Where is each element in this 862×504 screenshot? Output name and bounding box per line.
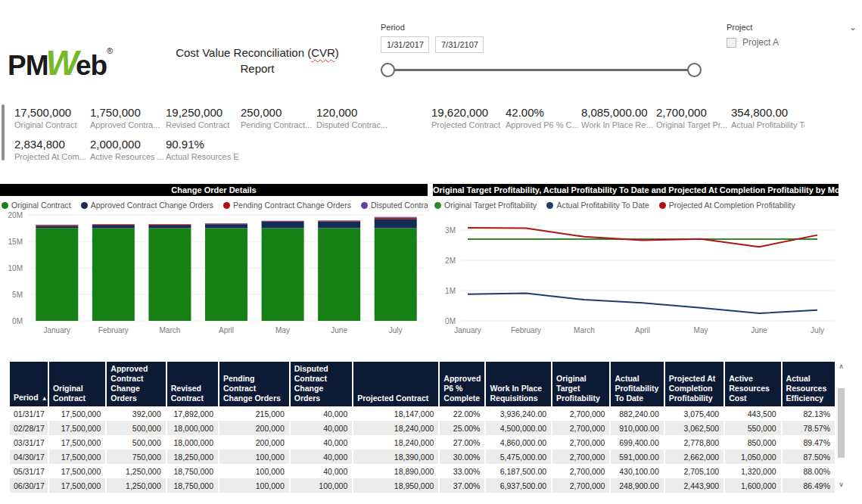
bar-segment[interactable] <box>148 224 191 225</box>
table-cell: 550,000 <box>724 421 781 435</box>
legend-item[interactable]: Original Contract <box>2 200 71 210</box>
bar-segment[interactable] <box>318 222 360 229</box>
bar-segment[interactable] <box>92 224 135 225</box>
bar-segment[interactable] <box>318 220 360 221</box>
table-header-row: Period▲Original ContractApproved Contrac… <box>10 362 835 406</box>
bar-segment[interactable] <box>148 229 191 322</box>
table-row[interactable]: 05/31/1717,500,0001,250,00018,750,000100… <box>10 464 835 478</box>
column-header-projected-contract[interactable]: Projected Contract <box>353 362 439 406</box>
legend-item[interactable]: Approved Contract Change Orders <box>81 200 213 210</box>
bar-segment[interactable] <box>92 226 135 229</box>
bar-segment[interactable] <box>205 223 247 224</box>
table-row[interactable]: 06/30/1717,500,0001,250,00018,750,000100… <box>10 478 835 493</box>
bar-segment[interactable] <box>148 226 191 229</box>
legend-item[interactable]: Actual Profitability To Date <box>546 200 649 210</box>
table-cell: 5,475,000.00 <box>485 450 552 464</box>
table-cell: 443,500 <box>724 406 781 421</box>
table-cell: 2,443,900 <box>664 478 724 493</box>
bar-segment[interactable] <box>205 224 247 228</box>
bar-segment[interactable] <box>36 229 78 322</box>
bar-segment[interactable] <box>36 226 78 229</box>
scroll-up-icon[interactable]: ∧ <box>836 362 847 372</box>
bar-segment[interactable] <box>375 217 417 218</box>
project-option-row[interactable]: Project A <box>727 37 857 48</box>
column-header-projected-at-completion-profitability[interactable]: Projected At Completion Profitability <box>664 362 724 406</box>
period-start-input[interactable] <box>381 36 429 53</box>
legend-item[interactable]: Projected At Completion Profitability <box>659 200 795 210</box>
table-cell: 89.47% <box>782 435 835 450</box>
slider-handle-start[interactable] <box>381 63 395 77</box>
scroll-down-icon[interactable]: ∨ <box>836 480 847 490</box>
table-cell: 18,240,000 <box>353 435 439 450</box>
table-cell: 4,860,000.00 <box>485 435 552 450</box>
project-a-checkbox[interactable] <box>727 38 736 48</box>
period-end-input[interactable] <box>435 36 484 53</box>
kpi-scrollbar[interactable] <box>2 104 5 160</box>
scrollbar-track[interactable] <box>836 372 847 480</box>
table-cell: 03/31/17 <box>10 435 48 450</box>
kpi-card: 2,834,800Projected At Com... <box>14 138 88 161</box>
svg-text:February: February <box>98 326 129 334</box>
table-cell: 882,240.00 <box>610 406 664 421</box>
bar-segment[interactable] <box>205 229 247 322</box>
bar-segment[interactable] <box>375 229 417 322</box>
project-label: Project <box>727 23 752 32</box>
table-row[interactable]: 03/31/1717,500,000500,00018,000,000200,0… <box>10 435 835 450</box>
legend-item[interactable]: Pending Contract Change Orders <box>223 200 351 210</box>
svg-text:1M: 1M <box>445 287 456 295</box>
table-cell: 591,000.00 <box>610 450 664 464</box>
slider-track[interactable] <box>387 69 695 71</box>
column-header-active-resources-cost[interactable]: Active Resources Cost <box>724 362 781 406</box>
column-header-original-contract[interactable]: Original Contract <box>48 362 106 406</box>
column-header-original-target-profitability[interactable]: Original Target Profitability <box>552 362 610 406</box>
legend-item[interactable]: Original Target Profitability <box>434 200 537 210</box>
table-cell: 40,000 <box>290 406 353 421</box>
bar-segment[interactable] <box>375 218 417 219</box>
bar-segment[interactable] <box>36 225 78 226</box>
bar-segment[interactable] <box>318 229 360 322</box>
table-cell: 18,950,000 <box>353 478 439 493</box>
bar-segment[interactable] <box>262 221 304 222</box>
bar-segment[interactable] <box>262 229 304 322</box>
kpi-value: 2,834,800 <box>14 138 88 151</box>
kpi-card: 8,085,000.00Work In Place Re... <box>581 106 655 129</box>
bar-segment[interactable] <box>262 222 304 229</box>
column-header-pending-contract-change-orders[interactable]: Pending Contract Change Orders <box>219 362 290 406</box>
column-header-approved-p6-complete[interactable]: Approved P6 % Complete <box>439 362 485 406</box>
bar-segment[interactable] <box>318 221 360 222</box>
kpi-card: 1,750,000Approved Contra... <box>90 106 163 129</box>
table-cell: 06/30/17 <box>10 478 48 493</box>
bar-segment[interactable] <box>92 229 135 322</box>
table-cell: 40,000 <box>290 421 353 435</box>
table-cell: 17,892,000 <box>166 406 219 421</box>
table-row[interactable]: 02/28/1717,500,000500,00018,000,000200,0… <box>10 421 835 435</box>
svg-text:January: January <box>43 326 70 334</box>
column-header-actual-profitability-to-date[interactable]: Actual Profitability To Date <box>610 362 664 406</box>
column-header-revised-contract[interactable]: Revised Contract <box>166 362 219 406</box>
legend-label: Pending Contract Change Orders <box>233 201 351 210</box>
table-row[interactable]: 04/30/1717,500,000750,00018,250,000100,0… <box>10 450 835 464</box>
kpi-value: 90.91% <box>166 138 239 151</box>
svg-text:July: July <box>811 326 824 334</box>
column-header-actual-resources-efficiency[interactable]: Actual Resources Efficiency <box>782 362 835 406</box>
period-label: Period <box>381 23 706 32</box>
legend-label: Original Contract <box>11 201 71 210</box>
legend-item[interactable]: Disputed Contract Change O... <box>361 200 428 210</box>
scrollbar-thumb[interactable] <box>838 388 845 458</box>
bar-segment[interactable] <box>375 219 417 228</box>
chevron-down-icon[interactable]: ⌄ <box>849 23 857 31</box>
table-row[interactable]: 01/31/1717,500,000392,00017,892,000215,0… <box>10 406 835 421</box>
column-header-work-in-place-requisitions[interactable]: Work In Place Requisitions <box>485 362 552 406</box>
kpi-label: Revised Contract <box>166 120 239 129</box>
kpi-card: 17,500,000Original Contract <box>14 106 88 129</box>
slider-handle-end[interactable] <box>687 63 702 77</box>
svg-text:April: April <box>219 326 234 334</box>
column-header-approved-contract-change-orders[interactable]: Approved Contract Change Orders <box>106 362 166 406</box>
table-cell: 2,700,000 <box>552 478 610 493</box>
legend-label: Disputed Contract Change O... <box>371 201 428 210</box>
column-header-disputed-contract-change-orders[interactable]: Disputed Contract Change Orders <box>290 362 353 406</box>
legend-dot-icon <box>434 202 441 209</box>
table-cell: 3,075,400 <box>664 406 724 421</box>
column-header-period[interactable]: Period▲ <box>10 362 48 406</box>
table-cell: 05/31/17 <box>10 464 48 478</box>
